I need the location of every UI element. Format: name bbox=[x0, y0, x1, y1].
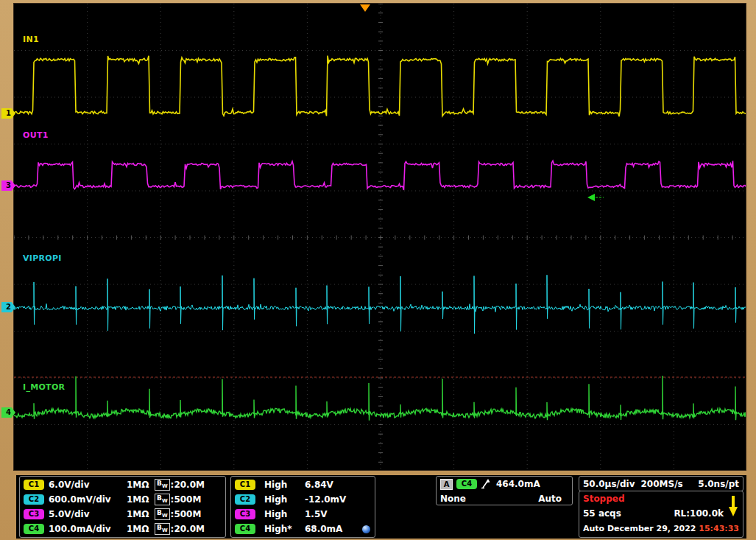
ch4-measurement-row[interactable]: C4 High* 68.0mA bbox=[231, 522, 375, 536]
ch2-bandwidth: BW:500M bbox=[155, 494, 201, 506]
horizontal-panel[interactable]: 50.0µs/div 200MS/s 5.0ns/pt bbox=[579, 476, 743, 491]
sample-rate: 200MS/s bbox=[641, 479, 683, 489]
trigger-holdoff-mode: None bbox=[440, 494, 466, 504]
ch2-meas-value: -12.0mV bbox=[305, 494, 371, 505]
trigger-source-badge: C4 bbox=[456, 479, 477, 489]
ch2-scale: 600.0mV/div bbox=[49, 494, 127, 505]
acquisition-panel[interactable]: Stopped 55 acqs RL:100.0k Auto December … bbox=[579, 491, 743, 538]
ch3-badge[interactable]: C3 bbox=[24, 509, 44, 519]
ch1-bandwidth: BW:20.0M bbox=[155, 479, 205, 491]
ch4-badge[interactable]: C4 bbox=[24, 524, 44, 534]
ch1-wave-label: IN1 bbox=[23, 35, 39, 44]
acq-count: 55 acqs bbox=[583, 508, 621, 519]
ch4-scale: 100.0mA/div bbox=[49, 524, 127, 534]
trigger-source-row: A C4 464.0mA bbox=[437, 477, 572, 491]
horizontal-scale: 50.0µs/div bbox=[583, 479, 635, 489]
acq-count-row: 55 acqs RL:100.0k bbox=[579, 506, 743, 521]
ch1-measurement-row[interactable]: C1 High 6.84V bbox=[231, 477, 375, 492]
acq-status-row: Stopped bbox=[579, 491, 743, 506]
waveform-display: IN1 OUT1 VIPROPI I_MOTOR bbox=[13, 3, 746, 471]
ch3-wave-label: OUT1 bbox=[23, 130, 49, 140]
ch3-settings-row[interactable]: C3 5.0V/div 1MΩ BW:500M bbox=[20, 507, 225, 522]
ch1-badge[interactable]: C1 bbox=[24, 480, 44, 490]
ch3-scale: 5.0V/div bbox=[49, 509, 127, 519]
graticule bbox=[14, 4, 746, 471]
acq-status: Stopped bbox=[583, 494, 625, 504]
vertical-settings-panel: C1 6.0V/div 1MΩ BW:20.0M C2 600.0mV/div … bbox=[19, 476, 226, 538]
measurements-panel: C1 High 6.84V C2 High -12.0mV C3 High 1.… bbox=[230, 476, 375, 538]
trigger-mode-row: None Auto bbox=[437, 491, 572, 506]
record-length: RL:100.0k bbox=[674, 508, 724, 519]
ch1-impedance: 1MΩ bbox=[127, 480, 155, 490]
resolution: 5.0ns/pt bbox=[698, 479, 739, 489]
ch1-meas-badge: C1 bbox=[235, 480, 255, 490]
ch1-settings-row[interactable]: C1 6.0V/div 1MΩ BW:20.0M bbox=[20, 477, 225, 492]
scroll-down-arrow-icon[interactable] bbox=[727, 495, 739, 517]
ch4-meas-name: High* bbox=[264, 524, 305, 534]
ch4-bandwidth: BW:20.0M bbox=[155, 523, 205, 536]
ch2-impedance: 1MΩ bbox=[127, 494, 155, 505]
ch3-meas-name: High bbox=[264, 509, 305, 519]
ch2-settings-row[interactable]: C2 600.0mV/div 1MΩ BW:500M bbox=[20, 492, 225, 507]
oscilloscope-frame: IN1 OUT1 VIPROPI I_MOTOR 1 3 2 4 C1 6.0V… bbox=[0, 0, 756, 540]
trigger-position-marker[interactable] bbox=[360, 4, 370, 12]
ch3-meas-badge: C3 bbox=[235, 509, 255, 519]
acq-mode: Auto bbox=[583, 524, 604, 533]
acq-time: 15:43:33 bbox=[699, 524, 739, 533]
rising-edge-slope-icon bbox=[481, 478, 492, 490]
timebase-row: 50.0µs/div 200MS/s 5.0ns/pt bbox=[579, 477, 743, 491]
ch1-meas-value: 6.84V bbox=[305, 480, 371, 490]
trigger-mode: Auto bbox=[538, 494, 562, 504]
ch2-meas-badge: C2 bbox=[235, 494, 255, 505]
trigger-bus-badge: A bbox=[440, 479, 453, 490]
graticule-and-traces bbox=[14, 4, 746, 471]
ch1-meas-name: High bbox=[264, 480, 305, 490]
acq-datetime-row: Auto December 29, 2022 15:43:33 bbox=[579, 521, 743, 536]
ch4-impedance: 1MΩ bbox=[127, 524, 155, 534]
status-sphere-icon bbox=[362, 525, 370, 533]
trigger-panel[interactable]: A C4 464.0mA None Auto bbox=[436, 476, 573, 505]
ch1-scale: 6.0V/div bbox=[49, 480, 127, 490]
ch3-measurement-row[interactable]: C3 High 1.5V bbox=[231, 507, 375, 522]
search-mark-arrow-icon[interactable] bbox=[587, 194, 595, 201]
ch3-impedance: 1MΩ bbox=[127, 509, 155, 519]
ch4-meas-value: 68.0mA bbox=[305, 524, 371, 534]
ch2-meas-name: High bbox=[264, 494, 305, 505]
ch4-settings-row[interactable]: C4 100.0mA/div 1MΩ BW:20.0M bbox=[20, 522, 225, 536]
ch3-trace bbox=[14, 161, 746, 190]
ch4-wave-label: I_MOTOR bbox=[23, 382, 65, 392]
status-bar: C1 6.0V/div 1MΩ BW:20.0M C2 600.0mV/div … bbox=[16, 475, 746, 539]
ch2-badge[interactable]: C2 bbox=[24, 494, 44, 505]
ch3-bandwidth: BW:500M bbox=[155, 508, 201, 521]
ch3-meas-value: 1.5V bbox=[305, 509, 371, 519]
acq-date: December 29, 2022 bbox=[607, 524, 696, 533]
ch4-meas-badge: C4 bbox=[235, 524, 255, 534]
ch2-wave-label: VIPROPI bbox=[23, 253, 62, 263]
trigger-level: 464.0mA bbox=[496, 479, 540, 489]
ch2-measurement-row[interactable]: C2 High -12.0mV bbox=[231, 492, 375, 507]
